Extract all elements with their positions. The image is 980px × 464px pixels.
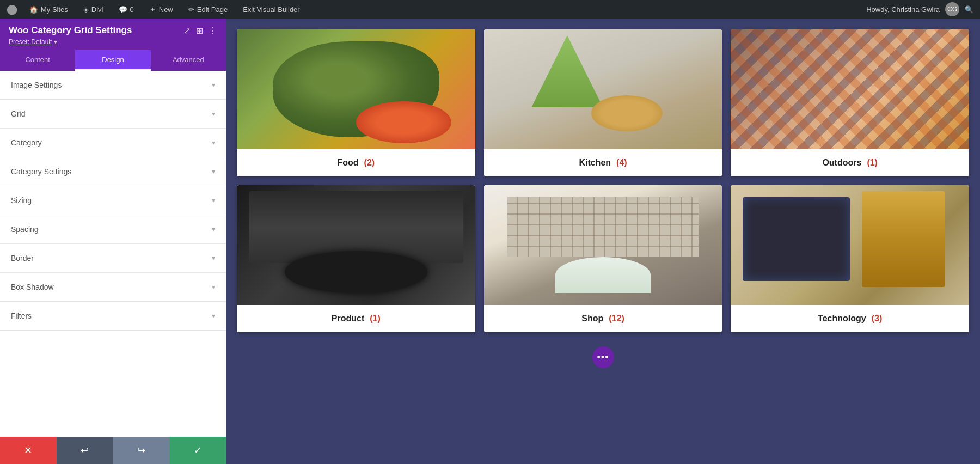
category-card-outdoors[interactable]: Outdoors (1) — [731, 29, 969, 176]
new-menu[interactable]: ＋ New — [146, 0, 176, 19]
exit-builder-label: Exit Visual Builder — [243, 5, 300, 14]
action-bar: ✕ ↩ ↪ ✓ — [0, 437, 226, 464]
technology-name: Technology — [818, 314, 866, 323]
chevron-right-icon: ▾ — [212, 312, 215, 320]
outdoors-footer: Outdoors (1) — [731, 149, 969, 176]
tab-content[interactable]: Content — [0, 50, 75, 71]
avatar-initials: CG — [947, 5, 957, 13]
layout-icon[interactable]: ⊞ — [196, 26, 203, 36]
pencil-icon: ✏ — [188, 5, 194, 14]
settings-item-category[interactable]: Category ▾ — [0, 129, 226, 157]
kitchen-name: Kitchen — [579, 158, 611, 168]
technology-count: (3) — [872, 314, 883, 323]
filters-label: Filters — [11, 312, 32, 320]
chevron-right-icon: ▾ — [212, 283, 215, 291]
preset-chevron-icon: ▾ — [54, 38, 57, 46]
category-card-kitchen[interactable]: Kitchen (4) — [484, 29, 722, 176]
category-settings-label: Category Settings — [11, 167, 71, 176]
product-footer: Product (1) — [237, 305, 475, 332]
food-count: (2) — [364, 158, 375, 168]
category-label: Category — [11, 138, 42, 147]
divi-icon: ◈ — [83, 5, 89, 14]
image-settings-label: Image Settings — [11, 81, 62, 89]
outdoors-count: (1) — [867, 158, 878, 168]
edit-page-label: Edit Page — [197, 5, 228, 14]
comments-menu[interactable]: 💬 0 — [115, 0, 137, 19]
food-footer: Food (2) — [237, 149, 475, 176]
settings-item-border[interactable]: Border ▾ — [0, 244, 226, 273]
chevron-right-icon: ▾ — [212, 81, 215, 89]
main-layout: Woo Category Grid Settings ⤢ ⊞ ⋮ Preset:… — [0, 19, 980, 464]
dots-icon: ••• — [597, 352, 609, 363]
comment-icon: 💬 — [119, 5, 127, 14]
chevron-right-icon: ▾ — [212, 225, 215, 233]
kitchen-image — [484, 29, 722, 149]
admin-bar: ⬤ 🏠 My Sites ◈ Divi 💬 0 ＋ New ✏ Edit Pag… — [0, 0, 980, 19]
cancel-icon: ✕ — [24, 444, 32, 456]
category-grid: Food (2) Kitchen (4) Outdoors (1) — [237, 29, 969, 332]
chevron-right-icon: ▾ — [212, 139, 215, 146]
sidebar-header-icons: ⤢ ⊞ ⋮ — [183, 26, 217, 36]
shop-image — [484, 185, 722, 305]
sizing-label: Sizing — [11, 196, 32, 205]
content-area: Food (2) Kitchen (4) Outdoors (1) — [226, 19, 980, 464]
shop-name: Shop — [581, 314, 603, 323]
tab-design[interactable]: Design — [75, 50, 150, 71]
sidebar-header: Woo Category Grid Settings ⤢ ⊞ ⋮ Preset:… — [0, 19, 226, 50]
avatar[interactable]: CG — [945, 2, 959, 16]
spacing-label: Spacing — [11, 225, 39, 234]
category-card-shop[interactable]: Shop (12) — [484, 185, 722, 332]
search-icon[interactable]: 🔍 — [965, 5, 973, 14]
settings-item-grid[interactable]: Grid ▾ — [0, 100, 226, 129]
settings-item-filters[interactable]: Filters ▾ — [0, 302, 226, 331]
category-card-product[interactable]: Product (1) — [237, 185, 475, 332]
kitchen-count: (4) — [616, 158, 627, 168]
chevron-right-icon: ▾ — [212, 168, 215, 175]
sidebar-title: Woo Category Grid Settings — [9, 25, 132, 36]
resize-icon[interactable]: ⤢ — [183, 26, 191, 36]
outdoors-image — [731, 29, 969, 149]
settings-item-image-settings[interactable]: Image Settings ▾ — [0, 71, 226, 100]
category-card-food[interactable]: Food (2) — [237, 29, 475, 176]
tab-advanced[interactable]: Advanced — [151, 50, 226, 71]
outdoors-name: Outdoors — [822, 158, 861, 168]
more-options-icon[interactable]: ⋮ — [209, 26, 217, 36]
settings-item-sizing[interactable]: Sizing ▾ — [0, 186, 226, 215]
settings-list: Image Settings ▾ Grid ▾ Category ▾ Categ… — [0, 71, 226, 437]
my-sites-menu[interactable]: 🏠 My Sites — [26, 0, 71, 19]
undo-icon: ↩ — [81, 444, 89, 456]
user-greeting: Howdy, Christina Gwira — [866, 5, 940, 14]
pagination-dots-button[interactable]: ••• — [592, 346, 614, 368]
settings-item-spacing[interactable]: Spacing ▾ — [0, 215, 226, 244]
plus-icon: ＋ — [149, 4, 156, 14]
preset-label-text: Preset: Default — [9, 38, 52, 46]
border-label: Border — [11, 254, 34, 262]
divi-menu[interactable]: ◈ Divi — [80, 0, 107, 19]
redo-button[interactable]: ↪ — [113, 437, 170, 464]
comments-count: 0 — [130, 5, 134, 14]
shop-footer: Shop (12) — [484, 305, 722, 332]
food-image — [237, 29, 475, 149]
cancel-button[interactable]: ✕ — [0, 437, 57, 464]
sidebar: Woo Category Grid Settings ⤢ ⊞ ⋮ Preset:… — [0, 19, 226, 464]
exit-visual-builder-button[interactable]: Exit Visual Builder — [240, 0, 303, 19]
settings-item-category-settings[interactable]: Category Settings ▾ — [0, 157, 226, 186]
food-name: Food — [338, 158, 359, 168]
edit-page-button[interactable]: ✏ Edit Page — [185, 0, 231, 19]
divi-label: Divi — [91, 5, 103, 14]
wordpress-icon[interactable]: ⬤ — [7, 3, 17, 15]
preset-selector[interactable]: Preset: Default ▾ — [9, 38, 217, 46]
pagination-dots: ••• — [237, 346, 969, 368]
save-button[interactable]: ✓ — [169, 437, 226, 464]
settings-item-box-shadow[interactable]: Box Shadow ▾ — [0, 273, 226, 302]
my-sites-label: My Sites — [41, 5, 68, 14]
technology-image — [731, 185, 969, 305]
product-image — [237, 185, 475, 305]
undo-button[interactable]: ↩ — [57, 437, 113, 464]
box-shadow-label: Box Shadow — [11, 283, 54, 291]
category-card-technology[interactable]: Technology (3) — [731, 185, 969, 332]
save-icon: ✓ — [194, 444, 202, 456]
product-name: Product — [332, 314, 364, 323]
chevron-right-icon: ▾ — [212, 110, 215, 118]
sidebar-tabs: Content Design Advanced — [0, 50, 226, 71]
